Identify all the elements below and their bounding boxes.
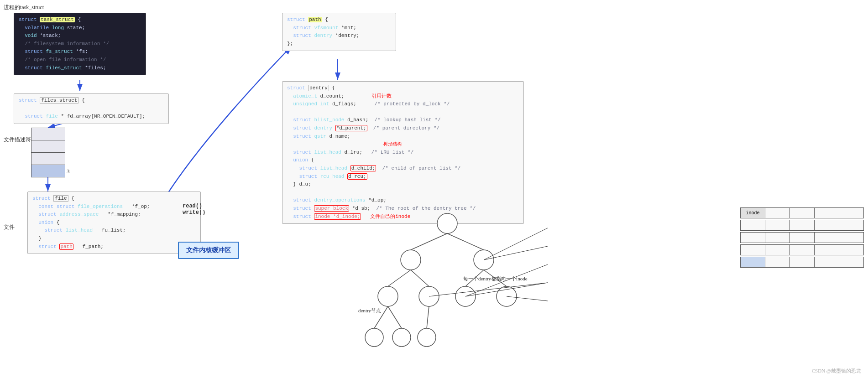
inode-cell-3-3 — [814, 232, 839, 243]
kernel-buffer-box: 文件内核缓冲区 — [178, 242, 239, 259]
inode-cell-4-4 — [839, 244, 864, 255]
inode-row-4 — [740, 244, 863, 255]
inode-cell-1-2 — [790, 207, 815, 218]
fd-table: 3 — [31, 128, 68, 177]
inode-row-2 — [740, 220, 863, 231]
svg-point-13 — [365, 328, 383, 347]
inode-cell-4-1 — [765, 244, 790, 255]
inode-table: inode — [740, 207, 863, 269]
svg-point-9 — [378, 286, 398, 306]
svg-text:每一个dentry都指向一个inode: 每一个dentry都指向一个inode — [463, 276, 528, 281]
inode-cell-3-1 — [765, 232, 790, 243]
watermark: CSDN @戴墨镜的恐龙 — [812, 368, 861, 374]
inode-row-3 — [740, 232, 863, 243]
read-write-label: read()write() — [183, 203, 205, 216]
svg-point-14 — [392, 328, 411, 347]
svg-line-24 — [427, 306, 429, 328]
inode-cell-5-2 — [790, 257, 815, 268]
inode-cell-5-4 — [839, 257, 864, 268]
svg-line-18 — [388, 270, 411, 286]
svg-text:dentry节点: dentry节点 — [358, 308, 381, 313]
dentry-tree-svg: dentry节点 每一个dentry都指向一个inode — [356, 201, 561, 374]
fd-number: 3 — [67, 168, 70, 175]
inode-label-cell: inode — [740, 207, 765, 218]
svg-line-23 — [388, 306, 402, 328]
fd-row-3 — [31, 165, 65, 177]
svg-line-19 — [411, 270, 429, 286]
fd-row-2 — [31, 152, 65, 165]
files-struct-box: struct files_struct { struct file * fd_a… — [14, 93, 169, 124]
svg-point-6 — [437, 213, 457, 233]
svg-point-15 — [418, 328, 436, 347]
svg-line-29 — [429, 283, 548, 296]
inode-row-1: inode — [740, 207, 863, 218]
inode-cell-5-1 — [765, 257, 790, 268]
path-struct-box: struct path { struct vfsmount *mnt; stru… — [282, 13, 396, 51]
inode-cell-4-0 — [740, 244, 765, 255]
inode-cell-1-1 — [765, 207, 790, 218]
kernel-buffer-text: 文件内核缓冲区 — [186, 247, 231, 254]
inode-cell-5-0 — [740, 257, 765, 268]
inode-cell-3-0 — [740, 232, 765, 243]
file-label: 文件 — [4, 223, 15, 231]
task-struct-box: struct task_struct { volatile long state… — [14, 13, 146, 75]
fd-row-0 — [31, 128, 65, 140]
inode-cell-3-4 — [839, 232, 864, 243]
svg-line-27 — [484, 246, 548, 260]
inode-cell-4-3 — [814, 244, 839, 255]
page-container: 进程的task_struct struct task_struct { vola… — [0, 0, 868, 378]
inode-row-5 — [740, 257, 863, 268]
inode-cell-2-2 — [790, 220, 815, 231]
inode-cell-4-2 — [790, 244, 815, 255]
inode-cell-1-3 — [814, 207, 839, 218]
inode-cell-2-3 — [814, 220, 839, 231]
fd-row-1 — [31, 140, 65, 153]
svg-line-16 — [411, 233, 447, 250]
process-task-label: 进程的task_struct — [4, 4, 44, 11]
inode-cell-2-0 — [740, 220, 765, 231]
inode-cell-2-1 — [765, 220, 790, 231]
inode-cell-2-4 — [839, 220, 864, 231]
inode-cell-3-2 — [790, 232, 815, 243]
inode-cell-1-4 — [839, 207, 864, 218]
svg-line-26 — [484, 228, 548, 260]
svg-line-17 — [447, 233, 484, 250]
inode-cell-5-3 — [814, 257, 839, 268]
file-struct-box: struct file { const struct file_operatio… — [27, 192, 201, 254]
svg-point-7 — [401, 250, 421, 270]
